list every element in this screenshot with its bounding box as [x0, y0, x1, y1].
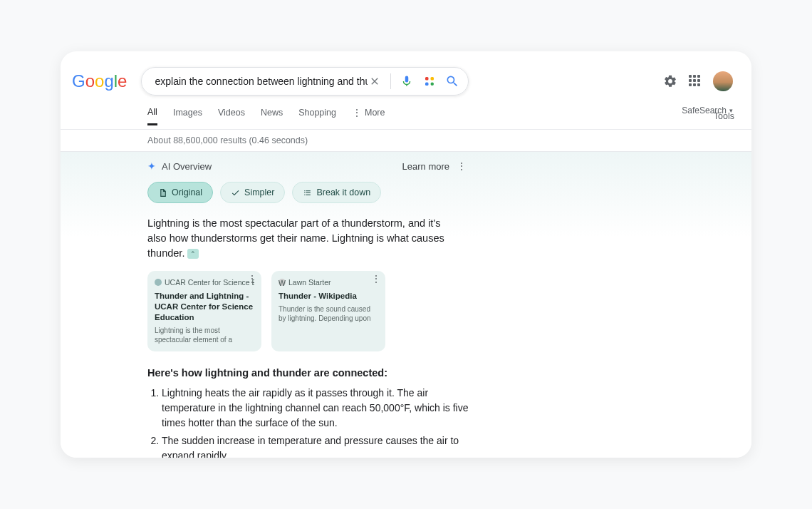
sparkle-icon: ✦: [147, 160, 156, 172]
card-desc: Lightning is the most spectacular elemen…: [155, 326, 254, 344]
card-source: UCAR Center for Science Edu...: [155, 278, 254, 287]
safesearch-label: SafeSearch: [682, 106, 727, 115]
svg-point-3: [431, 83, 434, 86]
tab-more[interactable]: ⋮ More: [352, 108, 385, 124]
ai-overview-label: AI Overview: [162, 161, 212, 172]
header-right: [663, 71, 733, 91]
safesearch-dropdown[interactable]: SafeSearch ▾: [682, 106, 733, 115]
citation-badge[interactable]: ⌃: [187, 249, 199, 259]
tab-all[interactable]: All: [147, 107, 157, 125]
tab-more-label: More: [365, 108, 385, 118]
ai-chips: Original Simpler Break it down: [147, 182, 751, 203]
tabs-row: All Images Videos News Shopping ⋮ More T…: [61, 103, 751, 130]
source-cards: ⋮ UCAR Center for Science Edu... Thunder…: [147, 271, 751, 351]
list-icon: [303, 188, 312, 197]
chip-simpler[interactable]: Simpler: [220, 182, 285, 203]
tab-videos[interactable]: Videos: [218, 108, 245, 124]
learn-more-label: Learn more: [402, 161, 449, 172]
settings-icon[interactable]: [663, 74, 677, 88]
chip-original-label: Original: [172, 187, 202, 197]
clear-icon[interactable]: [368, 74, 382, 88]
ai-intro: Lightning is the most spectacular part o…: [147, 216, 461, 261]
chevron-down-icon: ▾: [729, 107, 733, 114]
list-item: Lightning heats the air rapidly as it pa…: [162, 386, 475, 431]
connected-heading: Here's how lightning and thunder are con…: [147, 367, 751, 379]
check-icon: [231, 188, 240, 197]
ai-overview-section: ✦ AI Overview Learn more ⋮ Original Simp…: [61, 151, 751, 458]
card-source-label: UCAR Center for Science Edu...: [165, 278, 254, 287]
chip-simpler-label: Simpler: [244, 187, 274, 197]
card-menu-icon[interactable]: ⋮: [371, 277, 381, 282]
source-card[interactable]: ⋮ W Lawn Starter Thunder - Wikipedia Thu…: [271, 271, 385, 351]
svg-rect-1: [431, 77, 434, 81]
tabs: All Images Videos News Shopping ⋮ More: [147, 107, 385, 125]
voice-search-icon[interactable]: [400, 74, 414, 88]
card-title: Thunder - Wikipedia: [279, 291, 378, 302]
card-source: W Lawn Starter: [279, 278, 378, 287]
avatar[interactable]: [713, 71, 733, 91]
chip-breakdown[interactable]: Break it down: [292, 182, 381, 203]
svg-rect-2: [425, 83, 429, 86]
result-stats: About 88,600,000 results (0.46 seconds): [61, 130, 751, 151]
svg-rect-0: [425, 77, 429, 81]
ai-learn-more[interactable]: Learn more ⋮: [402, 161, 467, 172]
document-icon: [158, 188, 167, 197]
ai-menu-icon[interactable]: ⋮: [457, 164, 467, 169]
chip-original[interactable]: Original: [147, 182, 213, 203]
card-desc: Thunder is the sound caused by lightning…: [279, 304, 378, 323]
search-bar-icons: [368, 73, 459, 89]
favicon-icon: [155, 279, 162, 286]
tab-images[interactable]: Images: [173, 108, 202, 124]
search-bar: [141, 67, 469, 96]
header: Google: [61, 51, 751, 103]
source-card[interactable]: ⋮ UCAR Center for Science Edu... Thunder…: [147, 271, 261, 351]
lens-search-icon[interactable]: [422, 74, 437, 88]
more-icon: ⋮: [352, 110, 362, 115]
tab-news[interactable]: News: [261, 108, 283, 124]
list-item: The sudden increase in temperature and p…: [162, 433, 475, 458]
search-input[interactable]: [155, 76, 368, 87]
card-menu-icon[interactable]: ⋮: [247, 277, 257, 282]
search-icon[interactable]: [445, 74, 459, 88]
steps-list: Lightning heats the air rapidly as it pa…: [162, 386, 475, 458]
browser-frame: Google: [61, 51, 751, 458]
card-source-label: Lawn Starter: [288, 278, 331, 287]
card-title: Thunder and Lightning - UCAR Center for …: [155, 291, 254, 323]
apps-icon[interactable]: [689, 75, 702, 88]
google-logo[interactable]: Google: [72, 71, 127, 91]
tab-shopping[interactable]: Shopping: [298, 108, 336, 124]
chip-breakdown-label: Break it down: [316, 187, 370, 197]
divider: [390, 73, 391, 89]
ai-overview-header: ✦ AI Overview Learn more ⋮: [147, 160, 751, 172]
favicon-icon: W: [279, 279, 286, 286]
